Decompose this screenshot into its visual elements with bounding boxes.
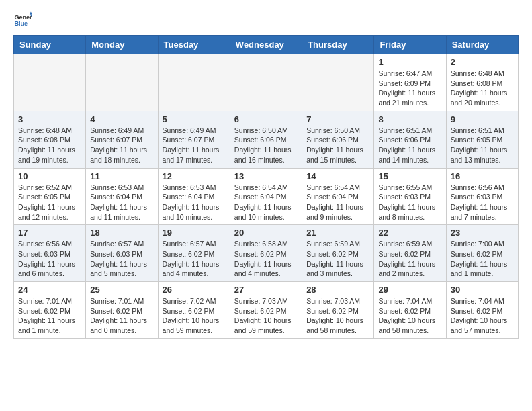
day-info: Sunrise: 7:01 AMSunset: 6:02 PMDaylight:… xyxy=(90,296,153,336)
day-info: Sunrise: 7:04 AMSunset: 6:02 PMDaylight:… xyxy=(378,296,441,336)
day-number: 28 xyxy=(306,285,369,295)
calendar-cell: 8Sunrise: 6:51 AMSunset: 6:06 PMDaylight… xyxy=(374,111,446,168)
calendar-header-row: SundayMondayTuesdayWednesdayThursdayFrid… xyxy=(14,36,519,54)
week-row-2: 3Sunrise: 6:48 AMSunset: 6:08 PMDaylight… xyxy=(14,111,519,168)
calendar-cell: 25Sunrise: 7:01 AMSunset: 6:02 PMDayligh… xyxy=(86,282,158,339)
calendar-cell: 6Sunrise: 6:50 AMSunset: 6:06 PMDaylight… xyxy=(230,111,302,168)
day-info: Sunrise: 6:54 AMSunset: 6:04 PMDaylight:… xyxy=(234,183,298,222)
day-info: Sunrise: 6:48 AMSunset: 6:08 PMDaylight:… xyxy=(451,68,514,108)
calendar-cell: 28Sunrise: 7:03 AMSunset: 6:02 PMDayligh… xyxy=(302,282,374,339)
day-number: 2 xyxy=(451,57,514,67)
day-number: 24 xyxy=(18,285,81,295)
calendar-cell: 1Sunrise: 6:47 AMSunset: 6:09 PMDaylight… xyxy=(374,54,446,111)
calendar-cell: 20Sunrise: 6:58 AMSunset: 6:02 PMDayligh… xyxy=(230,225,302,282)
calendar-cell: 5Sunrise: 6:49 AMSunset: 6:07 PMDaylight… xyxy=(158,111,230,168)
calendar-cell: 9Sunrise: 6:51 AMSunset: 6:05 PMDaylight… xyxy=(446,111,518,168)
day-number: 27 xyxy=(234,285,298,295)
day-info: Sunrise: 6:54 AMSunset: 6:04 PMDaylight:… xyxy=(306,183,369,222)
calendar-cell: 30Sunrise: 7:04 AMSunset: 6:02 PMDayligh… xyxy=(446,282,518,339)
svg-marker-2 xyxy=(30,11,32,14)
calendar-cell: 23Sunrise: 7:00 AMSunset: 6:02 PMDayligh… xyxy=(446,225,518,282)
svg-text:General: General xyxy=(14,14,32,21)
day-number: 1 xyxy=(378,57,441,67)
day-number: 30 xyxy=(451,285,514,295)
day-info: Sunrise: 6:51 AMSunset: 6:05 PMDaylight:… xyxy=(451,126,514,165)
day-info: Sunrise: 6:57 AMSunset: 6:02 PMDaylight:… xyxy=(163,239,226,279)
day-number: 22 xyxy=(378,228,441,238)
calendar-cell: 29Sunrise: 7:04 AMSunset: 6:02 PMDayligh… xyxy=(374,282,446,339)
day-number: 16 xyxy=(451,171,514,181)
calendar-cell: 21Sunrise: 6:59 AMSunset: 6:02 PMDayligh… xyxy=(302,225,374,282)
calendar-cell: 22Sunrise: 6:59 AMSunset: 6:02 PMDayligh… xyxy=(374,225,446,282)
calendar-cell: 26Sunrise: 7:02 AMSunset: 6:02 PMDayligh… xyxy=(158,282,230,339)
day-info: Sunrise: 6:49 AMSunset: 6:07 PMDaylight:… xyxy=(90,126,153,165)
day-info: Sunrise: 6:56 AMSunset: 6:03 PMDaylight:… xyxy=(18,239,81,279)
day-info: Sunrise: 7:01 AMSunset: 6:02 PMDaylight:… xyxy=(18,296,81,336)
day-number: 10 xyxy=(18,171,81,181)
day-info: Sunrise: 6:58 AMSunset: 6:02 PMDaylight:… xyxy=(234,239,298,279)
day-number: 29 xyxy=(378,285,441,295)
header-wednesday: Wednesday xyxy=(230,36,302,54)
logo-icon: General Blue xyxy=(13,11,32,30)
calendar-cell: 19Sunrise: 6:57 AMSunset: 6:02 PMDayligh… xyxy=(158,225,230,282)
svg-text:Blue: Blue xyxy=(14,20,28,27)
day-number: 26 xyxy=(163,285,226,295)
day-info: Sunrise: 6:50 AMSunset: 6:06 PMDaylight:… xyxy=(234,126,298,165)
header-saturday: Saturday xyxy=(446,36,518,54)
day-info: Sunrise: 6:57 AMSunset: 6:03 PMDaylight:… xyxy=(90,239,153,279)
calendar-cell xyxy=(230,54,302,111)
day-number: 5 xyxy=(163,114,226,124)
day-info: Sunrise: 7:04 AMSunset: 6:02 PMDaylight:… xyxy=(451,296,514,336)
calendar-cell: 2Sunrise: 6:48 AMSunset: 6:08 PMDaylight… xyxy=(446,54,518,111)
calendar-cell xyxy=(86,54,158,111)
calendar-cell: 24Sunrise: 7:01 AMSunset: 6:02 PMDayligh… xyxy=(14,282,86,339)
page-header: General Blue xyxy=(13,11,519,30)
day-info: Sunrise: 6:56 AMSunset: 6:03 PMDaylight:… xyxy=(451,183,514,222)
day-info: Sunrise: 6:50 AMSunset: 6:06 PMDaylight:… xyxy=(306,126,369,165)
day-info: Sunrise: 7:02 AMSunset: 6:02 PMDaylight:… xyxy=(163,296,226,336)
calendar-cell xyxy=(158,54,230,111)
calendar-cell: 4Sunrise: 6:49 AMSunset: 6:07 PMDaylight… xyxy=(86,111,158,168)
day-info: Sunrise: 6:49 AMSunset: 6:07 PMDaylight:… xyxy=(163,126,226,165)
day-info: Sunrise: 6:52 AMSunset: 6:05 PMDaylight:… xyxy=(18,183,81,222)
day-info: Sunrise: 6:53 AMSunset: 6:04 PMDaylight:… xyxy=(163,183,226,222)
calendar-cell: 11Sunrise: 6:53 AMSunset: 6:04 PMDayligh… xyxy=(86,168,158,225)
day-number: 7 xyxy=(306,114,369,124)
day-number: 14 xyxy=(306,171,369,181)
day-number: 21 xyxy=(306,228,369,238)
day-number: 15 xyxy=(378,171,441,181)
calendar-cell: 27Sunrise: 7:03 AMSunset: 6:02 PMDayligh… xyxy=(230,282,302,339)
day-number: 23 xyxy=(451,228,514,238)
day-number: 19 xyxy=(163,228,226,238)
calendar-cell: 12Sunrise: 6:53 AMSunset: 6:04 PMDayligh… xyxy=(158,168,230,225)
calendar-cell: 13Sunrise: 6:54 AMSunset: 6:04 PMDayligh… xyxy=(230,168,302,225)
header-tuesday: Tuesday xyxy=(158,36,230,54)
week-row-3: 10Sunrise: 6:52 AMSunset: 6:05 PMDayligh… xyxy=(14,168,519,225)
day-number: 4 xyxy=(90,114,153,124)
day-info: Sunrise: 7:03 AMSunset: 6:02 PMDaylight:… xyxy=(306,296,369,336)
calendar-cell: 10Sunrise: 6:52 AMSunset: 6:05 PMDayligh… xyxy=(14,168,86,225)
day-number: 13 xyxy=(234,171,298,181)
calendar-cell: 3Sunrise: 6:48 AMSunset: 6:08 PMDaylight… xyxy=(14,111,86,168)
week-row-5: 24Sunrise: 7:01 AMSunset: 6:02 PMDayligh… xyxy=(14,282,519,339)
day-number: 11 xyxy=(90,171,153,181)
day-number: 3 xyxy=(18,114,81,124)
day-number: 6 xyxy=(234,114,298,124)
calendar-cell: 15Sunrise: 6:55 AMSunset: 6:03 PMDayligh… xyxy=(374,168,446,225)
day-info: Sunrise: 6:47 AMSunset: 6:09 PMDaylight:… xyxy=(378,68,441,108)
day-info: Sunrise: 6:59 AMSunset: 6:02 PMDaylight:… xyxy=(378,239,441,279)
day-info: Sunrise: 7:03 AMSunset: 6:02 PMDaylight:… xyxy=(234,296,298,336)
day-number: 8 xyxy=(378,114,441,124)
calendar-cell: 7Sunrise: 6:50 AMSunset: 6:06 PMDaylight… xyxy=(302,111,374,168)
calendar-cell: 16Sunrise: 6:56 AMSunset: 6:03 PMDayligh… xyxy=(446,168,518,225)
day-number: 25 xyxy=(90,285,153,295)
day-info: Sunrise: 7:00 AMSunset: 6:02 PMDaylight:… xyxy=(451,239,514,279)
header-friday: Friday xyxy=(374,36,446,54)
day-number: 12 xyxy=(163,171,226,181)
calendar-cell xyxy=(14,54,86,111)
day-info: Sunrise: 6:59 AMSunset: 6:02 PMDaylight:… xyxy=(306,239,369,279)
logo: General Blue xyxy=(13,11,32,30)
week-row-1: 1Sunrise: 6:47 AMSunset: 6:09 PMDaylight… xyxy=(14,54,519,111)
calendar-table: SundayMondayTuesdayWednesdayThursdayFrid… xyxy=(13,35,519,339)
day-number: 9 xyxy=(451,114,514,124)
